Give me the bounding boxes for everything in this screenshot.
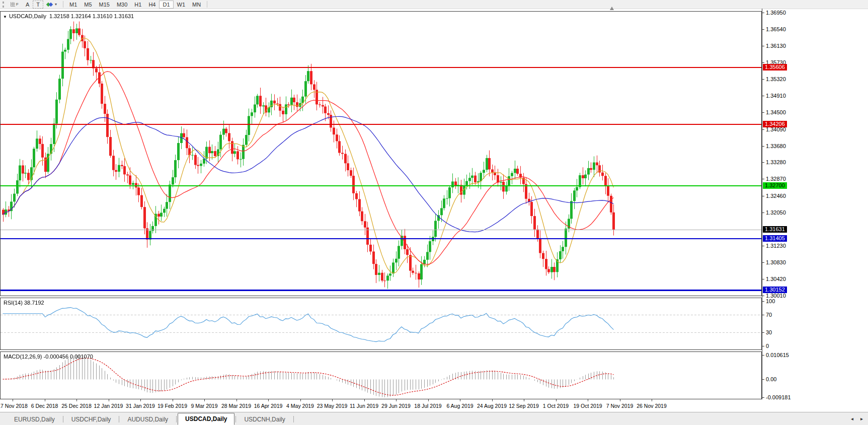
date-label: 12 Sep 2019 — [509, 403, 539, 409]
macd-tick: 0.010615 — [766, 352, 789, 358]
date-label: 7 Nov 2019 — [606, 403, 634, 409]
date-tick-mark — [268, 399, 269, 401]
tab-separator — [63, 416, 63, 422]
date-tick-mark — [620, 399, 620, 401]
styles-diamond-icon — [49, 2, 53, 6]
one-click-collapse-icon[interactable]: ▼ — [3, 15, 7, 19]
date-tick-mark — [652, 399, 652, 401]
date-label: 28 Mar 2019 — [221, 403, 251, 409]
date-label: 12 Jan 2019 — [94, 403, 123, 409]
toolbar: FAT▾M1M5M15M30H1H4D1W1MN — [0, 0, 868, 9]
rsi-tick: 100 — [766, 298, 775, 304]
chart-tab-usdchf[interactable]: USDCHF,Daily — [64, 414, 118, 425]
timeframe-button-mn[interactable]: MN — [189, 1, 204, 9]
date-label: 24 Aug 2019 — [477, 403, 507, 409]
chart-grid-button[interactable]: F — [7, 1, 22, 9]
axis-separator-line — [762, 9, 762, 399]
macd-canvas[interactable] — [1, 352, 761, 399]
rsi-canvas[interactable] — [1, 298, 761, 349]
main-chart-panel: ▼USDCAD,Daily 1.32158 1.32164 1.31610 1.… — [0, 11, 762, 296]
price-tick: 1.36950 — [766, 10, 786, 16]
date-label: 9 Mar 2019 — [191, 403, 217, 409]
chart-title: ▼USDCAD,Daily 1.32158 1.32164 1.31610 1.… — [3, 13, 134, 19]
date-tick-mark — [109, 399, 109, 401]
axis-tick-mark — [762, 196, 764, 196]
date-label: 16 Apr 2019 — [254, 403, 283, 409]
price-tick: 1.32050 — [766, 209, 786, 216]
axis-tick-mark — [762, 112, 764, 113]
price-tick: 1.36540 — [766, 26, 786, 32]
date-tick-mark — [524, 399, 524, 401]
axis-tick-mark — [762, 179, 764, 179]
date-tick-mark — [300, 399, 301, 401]
price-tick: 1.35320 — [766, 76, 786, 82]
price-tick: 1.30830 — [766, 259, 786, 265]
price-level-label: 1.32700 — [763, 182, 787, 189]
price-tick: 1.32870 — [766, 176, 786, 182]
price-tick: 1.34910 — [766, 93, 786, 99]
timeframe-button-m15[interactable]: M15 — [96, 1, 113, 9]
chart-shift-marker-icon[interactable] — [610, 7, 614, 10]
rsi-label: RSI(14) 38.7192 — [4, 300, 44, 306]
object-styles-button[interactable]: ▾ — [43, 1, 60, 9]
chart-tab-usdcad[interactable]: USDCAD,Daily — [178, 413, 234, 425]
date-tick-mark — [173, 399, 173, 401]
price-chart-canvas[interactable] — [1, 12, 761, 296]
date-tick-mark — [13, 399, 13, 401]
price-tick: 1.31230 — [766, 243, 786, 249]
price-level-label: 1.30152 — [763, 287, 787, 293]
price-tick: 1.33680 — [766, 143, 786, 149]
timeframe-button-h4[interactable]: H4 — [145, 1, 159, 9]
date-axis[interactable]: 17 Nov 20186 Dec 201825 Dec 201812 Jan 2… — [0, 399, 762, 412]
axis-tick-mark — [762, 262, 764, 263]
toolbar-separator — [207, 1, 207, 8]
rsi-indicator-panel: RSI(14) 38.7192 — [0, 298, 762, 350]
timeframe-button-m5[interactable]: M5 — [81, 1, 95, 9]
date-tick-mark — [204, 399, 205, 401]
tab-separator — [119, 416, 119, 422]
price-tick: 1.34500 — [766, 109, 786, 115]
date-label: 23 May 2019 — [317, 403, 348, 409]
tab-separator — [293, 416, 294, 422]
timeframe-button-m30[interactable]: M30 — [113, 1, 131, 9]
timeframe-button-m1[interactable]: M1 — [66, 1, 81, 9]
price-tick: 1.30420 — [766, 276, 786, 282]
macd-tick: -0.009181 — [766, 394, 791, 400]
date-tick-mark — [140, 399, 141, 401]
date-label: 26 Nov 2019 — [637, 403, 667, 409]
text-annotation-button[interactable]: A — [22, 1, 33, 9]
date-label: 31 Jan 2019 — [126, 403, 155, 409]
timeframe-button-d1[interactable]: D1 — [159, 1, 173, 9]
date-label: 17 Nov 2018 — [0, 403, 28, 409]
axis-tick-mark — [762, 96, 764, 96]
date-label: 4 May 2019 — [286, 403, 314, 409]
tab-scroll-left-icon[interactable]: ◂ — [851, 416, 853, 421]
date-label: 6 Aug 2019 — [446, 403, 473, 409]
chart-ohlc-values: 1.32158 1.32164 1.31610 1.31631 — [49, 13, 134, 19]
text-label-button[interactable]: T — [33, 1, 43, 9]
axis-tick-mark — [762, 296, 764, 296]
chart-tab-eurusd[interactable]: EURUSD,Daily — [7, 414, 62, 425]
timeframe-button-h1[interactable]: H1 — [131, 1, 145, 9]
toolbar-drag-handle[interactable] — [3, 2, 5, 8]
date-tick-mark — [556, 399, 557, 401]
tab-separator — [235, 416, 236, 422]
date-tick-mark — [396, 399, 397, 401]
toolbar-separator — [63, 1, 63, 8]
chart-grid-icon — [11, 2, 15, 7]
timeframe-button-w1[interactable]: W1 — [174, 1, 189, 9]
tab-scroll-buttons: ◂ ▸ — [851, 416, 863, 421]
chart-tab-audusd[interactable]: AUDUSD,Daily — [120, 414, 175, 425]
tab-scroll-right-icon[interactable]: ▸ — [860, 416, 863, 421]
date-tick-mark — [588, 399, 588, 401]
date-label: 29 Jun 2019 — [381, 403, 411, 409]
date-tick-mark — [428, 399, 429, 401]
chart-tab-usdcnh[interactable]: USDCNH,Daily — [237, 414, 292, 425]
price-tick: 1.36130 — [766, 43, 786, 49]
date-label: 6 Dec 2018 — [31, 403, 58, 409]
date-label: 19 Feb 2019 — [157, 403, 187, 409]
date-tick-mark — [45, 399, 45, 401]
price-axis[interactable]: 1.369501.365401.361301.357301.353201.349… — [762, 9, 868, 401]
rsi-tick: 0 — [766, 343, 769, 349]
axis-tick-mark — [762, 355, 764, 356]
